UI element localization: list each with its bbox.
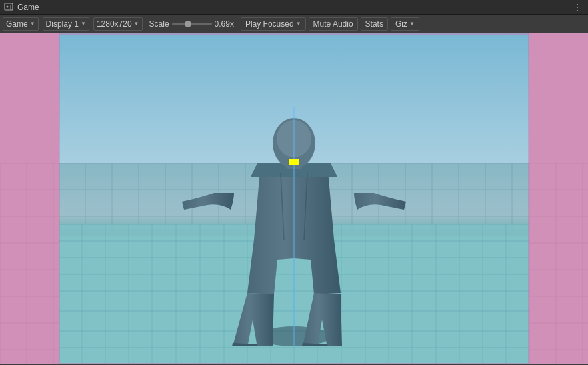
left-border (59, 33, 60, 364)
game-window-icon (4, 3, 13, 12)
gizmos-arrow: ▼ (409, 21, 415, 27)
resolution-dropdown[interactable]: 1280x720 ▼ (93, 17, 143, 31)
svg-rect-48 (0, 163, 59, 364)
mute-audio-button[interactable]: Mute Audio (309, 17, 358, 31)
title-bar: Game ⋮ (0, 0, 588, 15)
title-bar-label: Game (17, 3, 39, 12)
svg-rect-51 (529, 163, 588, 364)
game-dropdown-arrow: ▼ (30, 21, 35, 27)
stats-button[interactable]: Stats (361, 17, 388, 31)
play-focused-arrow: ▼ (296, 21, 301, 27)
bottom-frame-border (59, 363, 529, 364)
scale-label: Scale (149, 19, 169, 29)
stats-label: Stats (365, 19, 383, 29)
svg-rect-43 (289, 159, 299, 165)
scale-control: Scale 0.69x (149, 19, 234, 29)
play-focused-label: Play Focused (245, 19, 294, 29)
resolution-dropdown-label: 1280x720 (97, 19, 132, 29)
scale-slider[interactable] (172, 23, 212, 25)
svg-point-1 (7, 5, 9, 7)
right-overlay-grid (529, 33, 588, 364)
character-figure (181, 107, 407, 346)
top-frame-border (59, 33, 529, 35)
left-pink-overlay (0, 33, 59, 364)
game-dropdown-label: Game (6, 19, 28, 29)
game-viewport[interactable] (0, 33, 588, 364)
svg-rect-0 (5, 3, 13, 10)
title-bar-menu-button[interactable]: ⋮ (571, 1, 584, 14)
scale-value: 0.69x (215, 19, 234, 29)
right-pink-overlay (529, 33, 588, 364)
resolution-dropdown-arrow: ▼ (134, 21, 139, 27)
game-dropdown[interactable]: Game ▼ (3, 17, 39, 31)
mute-audio-label: Mute Audio (313, 19, 353, 29)
display-dropdown[interactable]: Display 1 ▼ (43, 17, 89, 31)
game-toolbar: Game ▼ Display 1 ▼ 1280x720 ▼ Scale 0.69… (0, 15, 588, 33)
left-overlay-grid (0, 33, 59, 364)
game-frame (59, 33, 529, 364)
gizmos-label: Giz (395, 19, 407, 29)
play-focused-button[interactable]: Play Focused ▼ (241, 17, 306, 31)
ellipsis-icon: ⋮ (573, 2, 583, 13)
scale-slider-thumb (185, 21, 191, 27)
display-dropdown-label: Display 1 (46, 19, 79, 29)
gizmos-button[interactable]: Giz ▼ (391, 17, 419, 31)
display-dropdown-arrow: ▼ (81, 21, 86, 27)
